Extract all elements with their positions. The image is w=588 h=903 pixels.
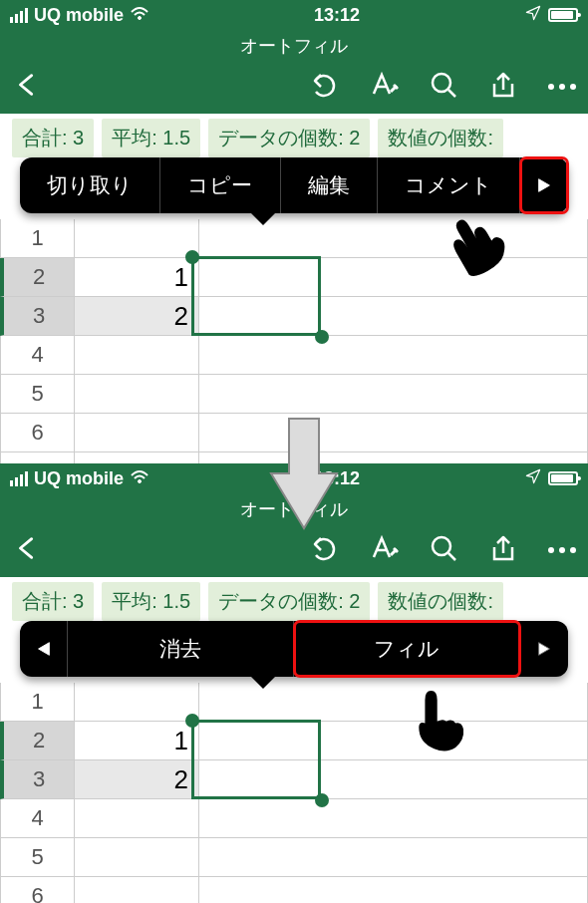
- pointer-hand-icon: [404, 683, 473, 762]
- cell-a7[interactable]: [75, 452, 199, 463]
- row-header-3[interactable]: 3: [0, 760, 75, 799]
- stat-count: データの個数: 2: [208, 582, 370, 621]
- cell-a5[interactable]: [75, 375, 199, 414]
- row-headers: 1 2 3 4 5 6: [0, 683, 75, 903]
- ctx-copy[interactable]: コピー: [160, 157, 280, 213]
- stat-avg: 平均: 1.5: [102, 582, 200, 621]
- location-icon: [524, 467, 542, 490]
- ctx-edit[interactable]: 編集: [281, 157, 378, 213]
- cell-b2[interactable]: [199, 258, 588, 297]
- more-button[interactable]: [548, 547, 576, 553]
- cell-a6[interactable]: [75, 414, 199, 452]
- cell-a2[interactable]: 1: [75, 258, 199, 297]
- share-button[interactable]: [488, 70, 518, 104]
- cell-a3[interactable]: 2: [75, 760, 199, 799]
- row-header-1[interactable]: 1: [0, 219, 75, 258]
- cell-a6[interactable]: [75, 877, 199, 903]
- ctx-next-arrow: [520, 621, 568, 677]
- cell-b3[interactable]: [199, 297, 588, 336]
- screenshot-step-1: UQ mobile 13:12 オートフィル 合計: 3 平均: 1.5 データ…: [0, 0, 588, 463]
- row-header-4[interactable]: 4: [0, 336, 75, 375]
- stat-count: データの個数: 2: [208, 119, 370, 157]
- location-icon: [524, 4, 542, 27]
- cell-a2[interactable]: 1: [75, 722, 199, 760]
- selection-handle-br[interactable]: [315, 330, 329, 344]
- ctx-more-arrow[interactable]: [520, 157, 568, 213]
- stat-sum: 合計: 3: [12, 119, 94, 157]
- cell-b5[interactable]: [199, 375, 588, 414]
- back-button[interactable]: [12, 533, 42, 567]
- row-header-7[interactable]: 7: [0, 452, 75, 463]
- row-header-6[interactable]: 6: [0, 414, 75, 452]
- row-header-4[interactable]: 4: [0, 799, 75, 838]
- ctx-comment[interactable]: コメント: [378, 157, 520, 213]
- cell-b3[interactable]: [199, 760, 588, 799]
- row-header-3[interactable]: 3: [0, 297, 75, 336]
- stat-ncount: 数値の個数:: [378, 119, 503, 157]
- undo-button[interactable]: [309, 70, 339, 104]
- context-menu: 消去 フィル: [20, 621, 568, 677]
- cell-a4[interactable]: [75, 799, 199, 838]
- selection-handle-br[interactable]: [315, 793, 329, 807]
- font-format-button[interactable]: [369, 533, 399, 567]
- carrier-label: UQ mobile: [34, 468, 124, 489]
- stats-bar: 合計: 3 平均: 1.5 データの個数: 2 数値の個数:: [0, 114, 588, 161]
- signal-icon: [10, 471, 28, 486]
- back-button[interactable]: [12, 70, 42, 104]
- cell-a3[interactable]: 2: [75, 297, 199, 336]
- context-menu-tail: [251, 213, 275, 225]
- cell-b7[interactable]: [199, 452, 588, 463]
- spreadsheet[interactable]: 1 2 3 4 5 6 1 2: [0, 683, 588, 903]
- selection-handle-tl[interactable]: [185, 714, 199, 728]
- row-header-6[interactable]: 6: [0, 877, 75, 903]
- cell-a1[interactable]: [75, 683, 199, 722]
- cell-area[interactable]: 1 2: [75, 683, 588, 903]
- row-header-5[interactable]: 5: [0, 838, 75, 877]
- clock: 13:12: [314, 5, 360, 26]
- carrier-label: UQ mobile: [34, 5, 124, 26]
- page-title: オートフィル: [0, 30, 588, 60]
- row-header-5[interactable]: 5: [0, 375, 75, 414]
- ctx-clear[interactable]: 消去: [68, 621, 294, 677]
- toolbar: [0, 60, 588, 114]
- wifi-icon: [130, 468, 149, 489]
- cell-b5[interactable]: [199, 838, 588, 877]
- stat-avg: 平均: 1.5: [102, 119, 200, 157]
- search-button[interactable]: [429, 70, 458, 104]
- undo-button[interactable]: [309, 533, 339, 567]
- context-menu-tail: [251, 677, 275, 689]
- stats-bar: 合計: 3 平均: 1.5 データの個数: 2 数値の個数:: [0, 577, 588, 625]
- cell-a1[interactable]: [75, 219, 199, 258]
- cell-a4[interactable]: [75, 336, 199, 375]
- font-format-button[interactable]: [369, 70, 399, 104]
- stat-ncount: 数値の個数:: [378, 582, 503, 621]
- cell-b6[interactable]: [199, 877, 588, 903]
- cell-b2[interactable]: [199, 722, 588, 760]
- cell-a5[interactable]: [75, 838, 199, 877]
- row-headers: 1 2 3 4 5 6 7: [0, 219, 75, 463]
- ctx-fill[interactable]: フィル: [294, 621, 520, 677]
- cell-b4[interactable]: [199, 799, 588, 838]
- stat-sum: 合計: 3: [12, 582, 94, 621]
- battery-icon: [548, 8, 578, 22]
- ctx-cut[interactable]: 切り取り: [20, 157, 160, 213]
- cell-b4[interactable]: [199, 336, 588, 375]
- transition-arrow-icon: [269, 414, 339, 533]
- share-button[interactable]: [488, 533, 518, 567]
- cell-b6[interactable]: [199, 414, 588, 452]
- row-header-2[interactable]: 2: [0, 722, 75, 760]
- selection-handle-tl[interactable]: [185, 250, 199, 264]
- status-bar: UQ mobile 13:12: [0, 0, 588, 30]
- search-button[interactable]: [429, 533, 458, 567]
- wifi-icon: [130, 5, 149, 26]
- battery-icon: [548, 471, 578, 485]
- row-header-2[interactable]: 2: [0, 258, 75, 297]
- signal-icon: [10, 8, 28, 23]
- row-header-1[interactable]: 1: [0, 683, 75, 722]
- more-button[interactable]: [548, 84, 576, 90]
- ctx-prev-arrow[interactable]: [20, 621, 68, 677]
